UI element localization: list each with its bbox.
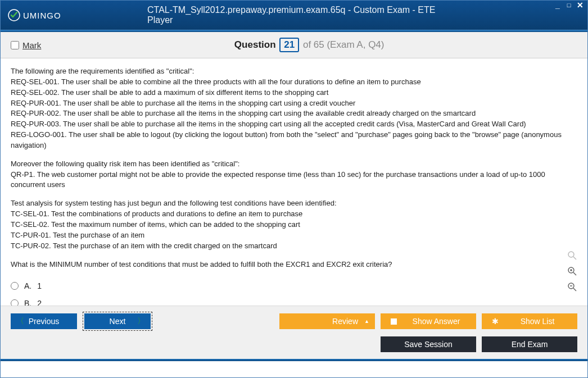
logo-check-icon — [7, 8, 21, 22]
end-exam-button[interactable]: End Exam — [482, 336, 577, 352]
end-exam-label: End Exam — [512, 340, 548, 349]
review-label: Review — [332, 317, 358, 326]
next-label: Next — [110, 317, 126, 326]
req-line: REQ-PUR-002. The user shall be able to p… — [11, 109, 476, 117]
risk-line: QR-P1. The web customer portal might not… — [11, 170, 545, 189]
app-logo: UMINGO — [7, 8, 61, 22]
question-header: Mark Question 21 of 65 (Exam A, Q4) — [1, 32, 587, 58]
answer-text: 1 — [37, 280, 42, 292]
req-line: REQ-PUR-003. The user shall be able to p… — [11, 120, 526, 128]
mark-label: Mark — [22, 40, 41, 50]
requirements-block: The following are the requirements ident… — [11, 66, 577, 151]
show-answer-label: Show Answer — [413, 317, 460, 326]
save-session-label: Save Session — [404, 340, 453, 349]
req-line: REQ-SEL-002. The user shall be able to a… — [11, 88, 328, 97]
zoom-tools — [566, 249, 578, 293]
svg-point-1 — [568, 252, 574, 257]
question-prompt: What is the MINIMUM number of test condi… — [11, 259, 577, 270]
triangle-up-icon: ▲ — [364, 318, 369, 324]
next-button[interactable]: Next 〉 — [84, 313, 151, 329]
svg-line-2 — [573, 257, 576, 259]
previous-label: Previous — [29, 317, 59, 326]
analysis-intro: Test analysis for system testing has jus… — [11, 199, 337, 207]
footer: 〈 Previous Next 〉 Review ▲ Show Answer ✱… — [1, 306, 587, 359]
title-bar: UMINGO CTAL-TM_Syll2012.prepaway.premium… — [1, 1, 587, 30]
req-line: REQ-PUR-001. The user shall be able to p… — [11, 99, 355, 107]
cond-line: TC-SEL-02. Test the maximum number of it… — [11, 220, 300, 229]
next-focus-ring: Next 〉 — [83, 312, 152, 331]
risk-intro: Moreover the following quality risk item… — [11, 160, 239, 168]
mark-checkbox[interactable]: Mark — [11, 40, 41, 50]
question-indicator: Question 21 of 65 (Exam A, Q4) — [41, 38, 577, 52]
square-icon — [391, 318, 397, 325]
answer-letter: A. — [24, 280, 31, 292]
cond-line: TC-PUR-01. Test the purchase of an item — [11, 231, 144, 239]
window-controls: _ □ ✕ — [554, 2, 584, 8]
save-session-button[interactable]: Save Session — [381, 336, 476, 352]
mark-input[interactable] — [11, 41, 19, 49]
answer-option-a[interactable]: A. 1 — [11, 277, 577, 294]
answer-radio[interactable] — [11, 282, 19, 290]
review-button[interactable]: Review ▲ — [279, 313, 375, 329]
question-number: 21 — [279, 38, 299, 52]
question-word: Question — [234, 39, 276, 50]
answer-letter: B. — [24, 298, 31, 306]
show-answer-button[interactable]: Show Answer — [381, 313, 476, 329]
question-content: The following are the requirements ident… — [1, 58, 587, 306]
zoom-out-icon[interactable] — [566, 281, 578, 293]
chevron-right-icon: 〉 — [137, 316, 145, 326]
risk-block: Moreover the following quality risk item… — [11, 159, 577, 191]
svg-line-8 — [573, 288, 576, 291]
window-title: CTAL-TM_Syll2012.prepaway.premium.exam.6… — [147, 5, 441, 25]
cond-line: TC-SEL-01. Test the combinations of prod… — [11, 210, 302, 218]
search-icon[interactable] — [566, 249, 578, 262]
minimize-icon[interactable]: _ — [554, 2, 562, 8]
answer-radio[interactable] — [11, 299, 19, 306]
chevron-left-icon: 〈 — [16, 316, 24, 326]
previous-button[interactable]: 〈 Previous — [11, 313, 77, 329]
close-icon[interactable]: ✕ — [576, 2, 584, 8]
show-list-button[interactable]: ✱ Show List — [482, 313, 577, 329]
maximize-icon[interactable]: □ — [565, 2, 573, 8]
req-intro: The following are the requirements ident… — [11, 67, 194, 75]
svg-line-4 — [573, 272, 576, 275]
answers-list: A. 1 B. 2 C. 3 D. 4 — [11, 277, 577, 306]
answer-text: 2 — [37, 298, 42, 306]
logo-text: UMINGO — [23, 11, 61, 20]
answer-option-b[interactable]: B. 2 — [11, 295, 577, 306]
show-list-label: Show List — [521, 317, 555, 326]
cond-line: TC-PUR-02. Test the purchase of an item … — [11, 242, 277, 250]
req-line: REG-LOGO-001. The user shall be able to … — [11, 130, 562, 149]
asterisk-icon: ✱ — [492, 317, 499, 326]
zoom-in-icon[interactable] — [566, 265, 578, 277]
question-total: of 65 (Exam A, Q4) — [303, 39, 385, 50]
req-line: REQ-SEL-001. The user shall be able to c… — [11, 78, 421, 86]
conditions-block: Test analysis for system testing has jus… — [11, 198, 577, 251]
